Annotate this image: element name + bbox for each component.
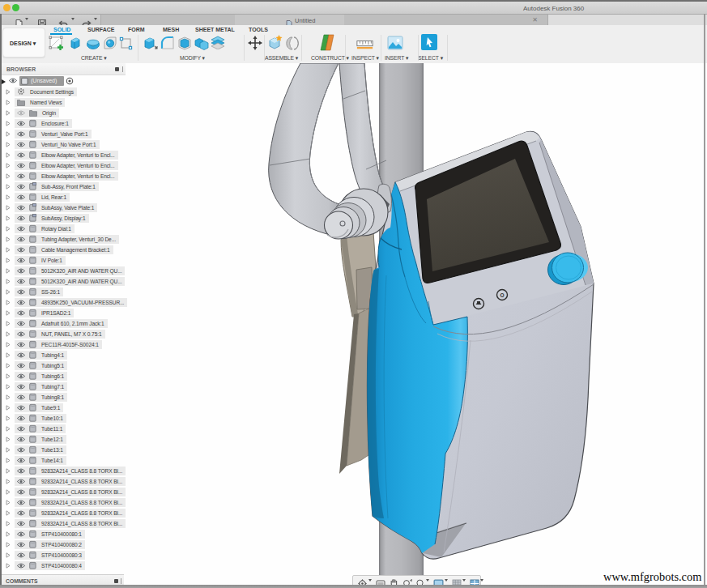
svg-text:O: O: [500, 292, 504, 298]
